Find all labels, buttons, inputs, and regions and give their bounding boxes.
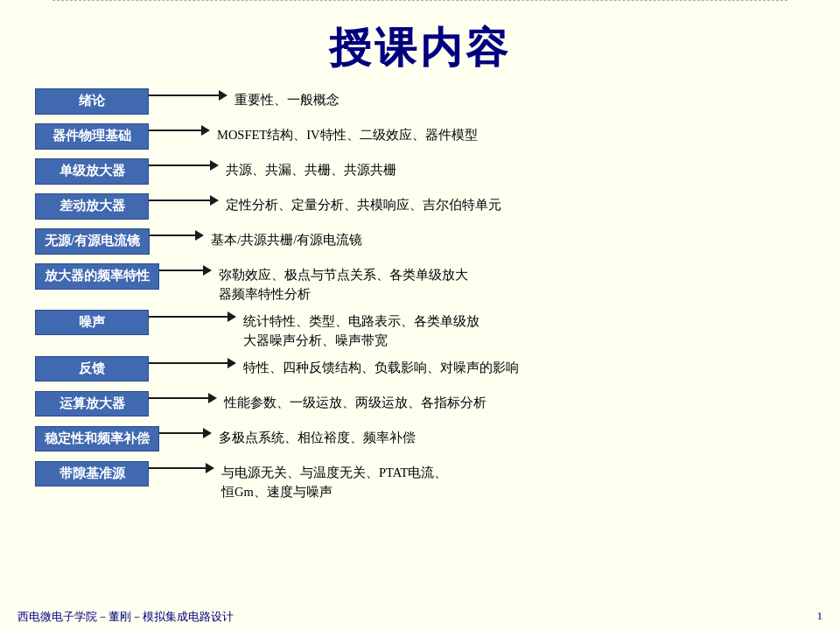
topic-description: 共源、共漏、共栅、共源共栅 — [219, 158, 805, 179]
arrow-container — [149, 461, 214, 473]
arrow-container — [149, 193, 219, 206]
topic-box: 运算放大器 — [35, 391, 149, 417]
table-row: 放大器的频率特性弥勒效应、极点与节点关系、各类单级放大 器频率特性分析 — [35, 263, 805, 304]
topic-box: 放大器的频率特性 — [35, 263, 159, 290]
content-area: 绪论重要性、一般概念器件物理基础MOSFET结构、IV特性、二级效应、器件模型单… — [0, 88, 840, 502]
topic-box: 器件物理基础 — [35, 123, 149, 150]
arrow-container — [149, 88, 228, 101]
topic-box: 反馈 — [35, 356, 149, 382]
topic-box: 绪论 — [35, 88, 149, 115]
table-row: 噪声统计特性、类型、电路表示、各类单级放 大器噪声分析、噪声带宽 — [35, 310, 805, 351]
arrow-head — [208, 393, 217, 403]
top-divider — [52, 0, 788, 1]
topic-description: 性能参数、一级运放、两级运放、各指标分析 — [217, 391, 805, 412]
arrow-container — [150, 228, 204, 241]
arrow-line — [150, 234, 195, 237]
arrow-head — [228, 312, 236, 322]
footer: 西电微电子学院－董刚－模拟集成电路设计 1 — [0, 609, 840, 625]
arrow-container — [149, 158, 219, 171]
topic-box: 噪声 — [35, 310, 149, 336]
table-row: 反馈特性、四种反馈结构、负载影响、对噪声的影响 — [35, 356, 805, 386]
table-row: 差动放大器定性分析、定量分析、共模响应、吉尔伯特单元 — [35, 193, 805, 223]
footer-left: 西电微电子学院－董刚－模拟集成电路设计 — [18, 609, 234, 625]
arrow-line — [149, 316, 228, 318]
arrow-line — [159, 432, 203, 435]
arrow-container — [159, 263, 212, 276]
topic-description: 定性分析、定量分析、共模响应、吉尔伯特单元 — [219, 193, 805, 214]
arrow-container — [149, 356, 236, 368]
table-row: 单级放大器共源、共漏、共栅、共源共栅 — [35, 158, 805, 188]
arrow-head — [195, 230, 204, 241]
arrow-head — [206, 463, 214, 473]
arrow-container — [149, 310, 236, 322]
arrow-container — [149, 123, 210, 136]
arrow-container — [159, 426, 212, 438]
topic-description: 特性、四种反馈结构、负载影响、对噪声的影响 — [236, 356, 805, 377]
page-title: 授课内容 — [0, 4, 840, 88]
arrow-container — [149, 391, 217, 403]
arrow-head — [210, 195, 219, 206]
topic-description: 弥勒效应、极点与节点关系、各类单级放大 器频率特性分析 — [212, 263, 805, 304]
topic-box: 单级放大器 — [35, 158, 149, 185]
topic-box: 带隙基准源 — [35, 461, 149, 487]
table-row: 运算放大器性能参数、一级运放、两级运放、各指标分析 — [35, 391, 805, 421]
arrow-line — [149, 467, 206, 470]
table-row: 无源/有源电流镜基本/共源共栅/有源电流镜 — [35, 228, 805, 258]
arrow-line — [149, 94, 219, 97]
arrow-head — [210, 160, 219, 171]
arrow-head — [203, 428, 212, 438]
table-row: 绪论重要性、一般概念 — [35, 88, 805, 118]
topic-description: 基本/共源共栅/有源电流镜 — [204, 228, 805, 249]
topic-description: 与电源无关、与温度无关、PTAT电流、 恒Gm、速度与噪声 — [214, 461, 805, 502]
topic-description: 多极点系统、相位裕度、频率补偿 — [212, 426, 805, 447]
topic-box: 稳定性和频率补偿 — [35, 426, 159, 452]
arrow-head — [201, 125, 210, 136]
topic-description: MOSFET结构、IV特性、二级效应、器件模型 — [210, 123, 805, 144]
topic-box: 差动放大器 — [35, 193, 149, 220]
arrow-line — [149, 397, 208, 400]
arrow-head — [219, 90, 228, 101]
arrow-line — [149, 362, 228, 365]
topic-box: 无源/有源电流镜 — [35, 228, 150, 255]
table-row: 稳定性和频率补偿多极点系统、相位裕度、频率补偿 — [35, 426, 805, 456]
arrow-line — [149, 130, 201, 132]
footer-right: 1 — [817, 609, 823, 625]
topic-description: 统计特性、类型、电路表示、各类单级放 大器噪声分析、噪声带宽 — [236, 310, 805, 351]
arrow-head — [228, 358, 236, 368]
table-row: 器件物理基础MOSFET结构、IV特性、二级效应、器件模型 — [35, 123, 805, 153]
arrow-line — [149, 200, 210, 202]
topic-description: 重要性、一般概念 — [228, 88, 805, 109]
table-row: 带隙基准源与电源无关、与温度无关、PTAT电流、 恒Gm、速度与噪声 — [35, 461, 805, 502]
arrow-head — [203, 265, 212, 276]
arrow-line — [159, 270, 203, 272]
arrow-line — [149, 164, 210, 167]
